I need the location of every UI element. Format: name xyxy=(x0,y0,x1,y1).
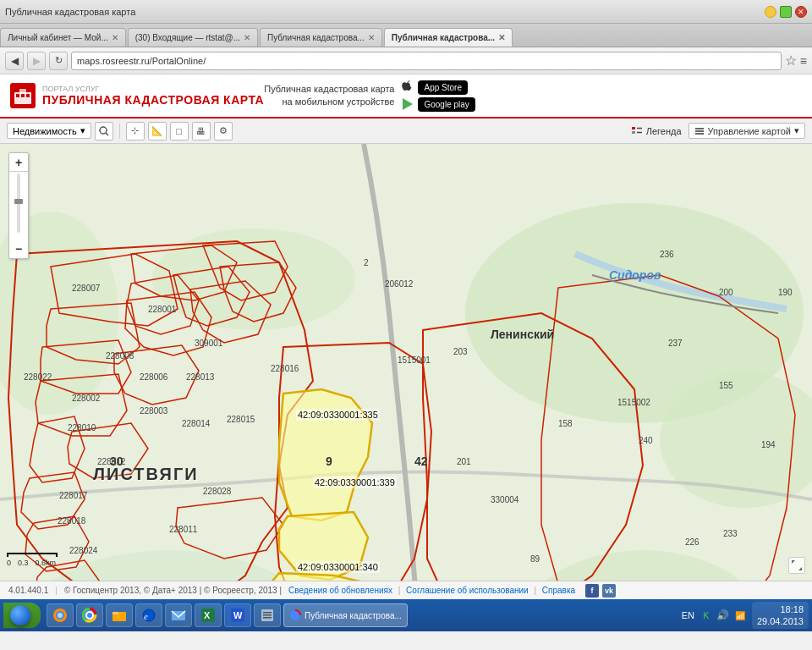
tab-4[interactable]: Публичная кадастрова... ✕ xyxy=(384,28,513,47)
print-button[interactable]: 🖶 xyxy=(192,122,211,140)
language-indicator[interactable]: EN xyxy=(682,610,694,620)
tab-1[interactable]: Личный кабинет — Мой... ✕ xyxy=(0,28,126,47)
manage-map-label: Управление картой xyxy=(708,126,791,136)
taskbar-app-ie[interactable]: e xyxy=(135,603,162,627)
cursor-tool-button[interactable]: ⊹ xyxy=(126,122,145,140)
scale-values: 0 0.3 0.6km xyxy=(7,559,58,567)
tab-4-close[interactable]: ✕ xyxy=(498,33,505,42)
mobile-text-line1: Публичная кадастровая карта xyxy=(264,83,394,96)
taskbar-app-mail[interactable] xyxy=(165,603,192,627)
taskbar-app-filemanager[interactable] xyxy=(254,603,281,627)
property-type-dropdown[interactable]: Недвижимость ▾ xyxy=(7,123,91,139)
app-store-button[interactable]: App Store xyxy=(418,80,467,95)
minimize-button[interactable] xyxy=(765,6,776,18)
svg-text:W: W xyxy=(233,610,243,620)
close-button[interactable]: ✕ xyxy=(795,6,807,18)
svg-rect-67 xyxy=(263,612,272,614)
tab-3-label: Публичная кадастрова... xyxy=(267,33,365,42)
copyright-text: © Госпицентр 2013, © Дата+ 2013 | © Роср… xyxy=(64,586,282,595)
svg-marker-33 xyxy=(114,345,199,405)
svg-marker-40 xyxy=(176,498,283,559)
updates-link[interactable]: Сведения об обновлениях xyxy=(288,586,392,595)
dropdown-arrow-icon: ▾ xyxy=(80,125,85,136)
facebook-icon[interactable]: f xyxy=(585,584,599,598)
zoom-slider[interactable] xyxy=(9,172,28,240)
taskbar-app-excel[interactable]: X xyxy=(195,603,222,627)
taskbar-app-word[interactable]: W xyxy=(224,603,251,627)
network-icon[interactable]: 📶 xyxy=(733,609,747,622)
zoom-in-button[interactable]: + xyxy=(9,153,28,172)
refresh-button[interactable]: ↻ xyxy=(49,52,68,70)
portal-header-right: Публичная кадастровая карта на мобильном… xyxy=(264,80,475,112)
tab-3-close[interactable]: ✕ xyxy=(368,33,375,42)
map-toolbar: Недвижимость ▾ ⊹ 📐 □ 🖶 ⚙ Легенда xyxy=(0,118,812,144)
manage-map-button[interactable]: Управление картой ▾ xyxy=(689,123,805,139)
tab-2-label: (30) Входящие — rtstat@... xyxy=(135,33,240,42)
svg-text:e: e xyxy=(144,611,148,621)
svg-rect-13 xyxy=(695,130,704,132)
ie-icon: e xyxy=(141,608,156,623)
mobile-app-text: Публичная кадастровая карта на мобильном… xyxy=(264,83,394,109)
svg-point-19 xyxy=(516,550,770,581)
portal-header: ПОРТАЛ УСЛУГ ПУБЛИЧНАЯ КАДАСТРОВАЯ КАРТА… xyxy=(0,74,812,118)
back-button[interactable]: ◀ xyxy=(5,52,24,70)
property-type-label: Недвижимость xyxy=(13,126,77,136)
clock-date: 29.04.2013 xyxy=(757,615,804,627)
zoom-controls: + − xyxy=(8,152,29,259)
folder-icon xyxy=(112,608,127,623)
tab-4-label: Публичная кадастрова... xyxy=(392,33,495,42)
active-tab-icon xyxy=(289,609,301,621)
taskbar-app-folder[interactable] xyxy=(106,603,133,627)
measure-tool-button[interactable]: 📐 xyxy=(148,122,167,140)
menu-icon[interactable]: ≡ xyxy=(800,54,807,68)
footer-links: Сведения об обновлениях | Соглашение об … xyxy=(285,586,579,595)
settings-button[interactable]: ⚙ xyxy=(214,122,233,140)
taskbar-clock[interactable]: 18:18 29.04.2013 xyxy=(752,602,809,630)
search-button[interactable] xyxy=(95,122,113,140)
layers-icon xyxy=(694,126,705,136)
taskbar-app-chrome[interactable] xyxy=(76,603,103,627)
agreement-link[interactable]: Соглашение об использовании xyxy=(406,586,529,595)
taskbar-system-icons: K 🔊 📶 xyxy=(700,609,747,622)
tab-2-close[interactable]: ✕ xyxy=(244,33,250,42)
map-container[interactable]: + − ЛИСТВЯГИЛенинскийСидоровБунгур42:09:… xyxy=(0,144,812,581)
forward-button[interactable]: ▶ xyxy=(27,52,46,70)
scale-0: 0 xyxy=(7,559,11,567)
mobile-text-line2: на мобильном устройстве xyxy=(264,96,394,108)
address-bar[interactable]: maps.rosreestr.ru/PortalOnline/ xyxy=(71,52,782,70)
map-corner-icon xyxy=(788,557,805,574)
svg-rect-1 xyxy=(19,89,26,94)
svg-rect-14 xyxy=(695,133,704,135)
browser-tabs: Личный кабинет — Мой... ✕ (30) Входящие … xyxy=(0,24,812,47)
help-link[interactable]: Справка xyxy=(542,586,575,595)
browser-title-text: Публичная кадастровая карта xyxy=(5,7,135,17)
active-tab-text: Публичная кадастрова... xyxy=(304,611,402,620)
zoom-out-button[interactable]: − xyxy=(9,240,28,258)
svg-marker-45 xyxy=(279,512,368,580)
tab-1-close[interactable]: ✕ xyxy=(112,33,118,42)
legend-button[interactable]: Легенда xyxy=(631,125,682,137)
taskbar-browser-active[interactable]: Публичная кадастрова... xyxy=(283,603,408,627)
google-play-button[interactable]: Google play xyxy=(418,97,475,112)
vk-icon[interactable]: vk xyxy=(602,584,616,598)
taskbar-app-firefox[interactable] xyxy=(47,603,74,627)
apple-icon-row: App Store xyxy=(401,80,475,95)
expand-icon xyxy=(791,559,803,571)
area-tool-button[interactable]: □ xyxy=(170,122,189,140)
tab-3[interactable]: Публичная кадастрова... ✕ xyxy=(260,28,382,47)
excel-icon: X xyxy=(200,608,216,623)
toolbar-sep-1 xyxy=(119,124,120,139)
maximize-button[interactable] xyxy=(780,6,792,18)
bookmark-star-icon[interactable]: ☆ xyxy=(785,52,797,69)
windows-orb-icon xyxy=(10,605,30,625)
clock-time: 18:18 xyxy=(757,603,804,615)
portal-title: ПУБЛИЧНАЯ КАДАСТРОВАЯ КАРТА xyxy=(42,93,264,107)
start-button[interactable] xyxy=(3,603,41,628)
google-play-label: Google play xyxy=(424,100,469,109)
volume-icon[interactable]: 🔊 xyxy=(716,609,730,622)
map-footer: 4.01.440.1 | © Госпицентр 2013, © Дата+ … xyxy=(0,581,812,599)
tab-2[interactable]: (30) Входящие — rtstat@... ✕ xyxy=(128,28,258,47)
legend-label: Легенда xyxy=(646,126,682,136)
portal-header-left: ПОРТАЛ УСЛУГ ПУБЛИЧНАЯ КАДАСТРОВАЯ КАРТА xyxy=(10,83,264,108)
svg-rect-68 xyxy=(263,614,272,616)
